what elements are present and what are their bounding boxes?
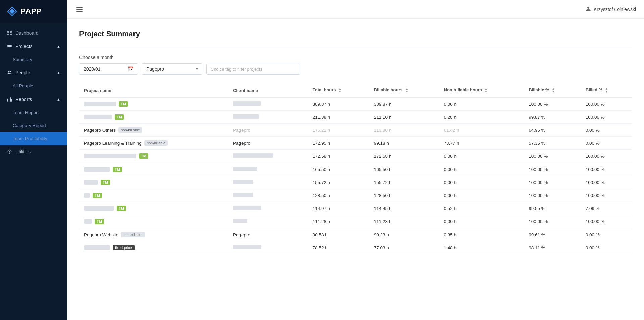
cell-billable-hours: 111.28 h — [369, 215, 439, 228]
non-billable-tag: non-billable — [121, 232, 145, 237]
cell-billable-hours: 128.50 h — [369, 189, 439, 202]
cell-project-name: TM — [79, 111, 228, 124]
svg-point-16 — [587, 7, 589, 9]
cell-non-billable-hours: 0.28 h — [439, 111, 524, 124]
people-icon — [7, 70, 12, 75]
col-client-name[interactable]: Client name — [228, 84, 308, 97]
cell-billable-hours: 165.50 h — [369, 163, 439, 176]
table-header-row: Project name Client name Total hours ▲▼ … — [79, 84, 632, 97]
sidebar-item-all-people[interactable]: All People — [0, 79, 67, 92]
cell-billable-pct: 98.11 % — [524, 241, 581, 254]
svg-point-9 — [8, 71, 9, 72]
sidebar-item-projects[interactable]: Projects ▲ — [0, 40, 67, 53]
tag-placeholder: Choice tag to filter projects — [211, 67, 262, 72]
cell-billable-hours: 155.72 h — [369, 176, 439, 189]
project-name-text — [84, 245, 110, 250]
cell-project-name: TM — [79, 163, 228, 176]
ham-line-1 — [76, 7, 83, 8]
svg-rect-8 — [7, 48, 10, 48]
sidebar-item-team-report[interactable]: Team Report — [0, 106, 67, 119]
sidebar-item-team-profitability[interactable]: Team Profitability — [0, 132, 67, 145]
cell-client-name — [228, 241, 308, 254]
table-row: Pagepro Othersnon-billablePagepro175.22 … — [79, 124, 632, 137]
sidebar-item-all-people-label: All People — [13, 83, 33, 88]
hamburger-button[interactable] — [75, 6, 84, 13]
col-project-name[interactable]: Project name — [79, 84, 228, 97]
cell-project-name: fixed-price — [79, 241, 228, 254]
non-billable-tag: non-billable — [118, 127, 142, 133]
sidebar-item-category-report[interactable]: Category Report — [0, 119, 67, 132]
cell-billable-hours: 77.03 h — [369, 241, 439, 254]
project-name-container: TM — [84, 114, 224, 120]
svg-rect-12 — [9, 98, 9, 102]
sidebar-item-projects-label: Projects — [15, 44, 33, 49]
col-billable-pct[interactable]: Billable % ▲▼ — [524, 84, 581, 97]
col-non-billable-hours[interactable]: Non billable hours ▲▼ — [439, 84, 524, 97]
cell-non-billable-hours: 0.00 h — [439, 163, 524, 176]
cell-billed-pct: 100.00 % — [581, 176, 632, 189]
cell-billable-hours: 113.80 h — [369, 124, 439, 137]
project-name-container: TM — [84, 167, 224, 172]
cell-billed-pct: 0.00 % — [581, 124, 632, 137]
table-row: TM114.97 h114.45 h0.52 h99.55 %7.09 % — [79, 202, 632, 215]
table-row: TM128.50 h128.50 h0.00 h100.00 %100.00 % — [79, 189, 632, 202]
client-name-blurred — [233, 206, 261, 210]
project-name-container: TM — [84, 206, 224, 211]
topbar-left — [75, 6, 84, 13]
sidebar-item-people-label: People — [15, 70, 30, 75]
col-billable-hours[interactable]: Billable hours ▲▼ — [369, 84, 439, 97]
cell-non-billable-hours: 0.00 h — [439, 189, 524, 202]
svg-rect-7 — [7, 46, 12, 47]
cell-total-hours: 78.52 h — [308, 241, 369, 254]
topbar: Krzysztof Łojniewski — [67, 0, 644, 19]
tag-filter-input[interactable]: Choice tag to filter projects — [206, 64, 300, 75]
project-name-container: TM — [84, 101, 224, 107]
project-summary-table: Project name Client name Total hours ▲▼ … — [79, 84, 632, 254]
logo-area: PAPP — [0, 0, 67, 23]
tm-tag: TM — [119, 101, 128, 107]
svg-rect-6 — [7, 45, 12, 46]
cell-total-hours: 172.95 h — [308, 137, 369, 150]
sidebar-item-summary[interactable]: Summary — [0, 53, 67, 66]
tm-tag: TM — [115, 114, 124, 120]
sidebar-item-utilities[interactable]: Utilities — [0, 145, 67, 158]
fixed-price-tag: fixed-price — [113, 245, 135, 250]
sort-non-billable-hours-icon: ▲▼ — [485, 87, 488, 93]
cell-non-billable-hours: 0.52 h — [439, 202, 524, 215]
cell-total-hours: 114.97 h — [308, 202, 369, 215]
cell-non-billable-hours: 0.00 h — [439, 215, 524, 228]
col-billed-pct[interactable]: Billed % ▲▼ — [581, 84, 632, 97]
tm-tag: TM — [139, 153, 148, 159]
client-name-blurred — [233, 114, 259, 119]
sidebar-item-dashboard[interactable]: Dashboard — [0, 26, 67, 40]
sidebar-item-reports[interactable]: Reports ▲ — [0, 92, 67, 106]
cell-total-hours: 165.50 h — [308, 163, 369, 176]
table-row: TM172.58 h172.58 h0.00 h100.00 %100.00 % — [79, 150, 632, 163]
month-date-picker[interactable]: 2020/01 📅 — [79, 63, 138, 75]
utilities-icon — [7, 149, 12, 154]
sidebar-item-people[interactable]: People ▲ — [0, 66, 67, 79]
table-row: TM165.50 h165.50 h0.00 h100.00 %100.00 % — [79, 163, 632, 176]
project-name-text — [84, 219, 92, 224]
cell-total-hours: 175.22 h — [308, 124, 369, 137]
cell-project-name: TM — [79, 189, 228, 202]
cell-client-name — [228, 202, 308, 215]
tm-tag: TM — [113, 167, 122, 172]
cell-billable-pct: 100.00 % — [524, 163, 581, 176]
cell-client-name — [228, 163, 308, 176]
non-billable-tag: non-billable — [144, 140, 168, 146]
content-area: Project Summary Choose a month 2020/01 📅… — [67, 19, 644, 320]
client-dropdown[interactable]: Pagepro ▾ — [142, 63, 202, 75]
cell-project-name: TM — [79, 215, 228, 228]
col-total-hours[interactable]: Total hours ▲▼ — [308, 84, 369, 97]
cell-billable-hours: 172.58 h — [369, 150, 439, 163]
table-row: TM211.38 h211.10 h0.28 h99.87 %100.00 % — [79, 111, 632, 124]
cell-client-name: Pagepro — [228, 137, 308, 150]
user-avatar-icon — [586, 6, 591, 12]
sidebar-item-reports-label: Reports — [15, 97, 32, 102]
cell-billable-hours: 99.18 h — [369, 137, 439, 150]
sidebar-item-utilities-label: Utilities — [15, 149, 31, 154]
cell-client-name — [228, 189, 308, 202]
svg-rect-2 — [7, 31, 9, 33]
project-name-text — [84, 193, 90, 198]
